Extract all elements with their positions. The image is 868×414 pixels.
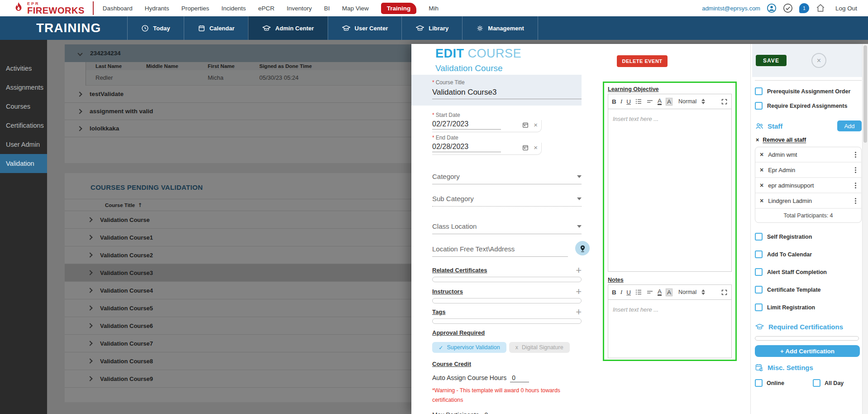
prerequisite-order-checkbox[interactable] xyxy=(755,87,763,95)
nav-bi[interactable]: BI xyxy=(324,5,330,12)
remove-staff-icon[interactable]: × xyxy=(760,166,763,173)
all-day-checkbox[interactable] xyxy=(813,379,820,387)
clear-date-icon[interactable]: × xyxy=(534,144,538,151)
italic-button[interactable]: I xyxy=(620,289,623,296)
underline-button[interactable]: U xyxy=(626,98,631,105)
calendar-picker-icon[interactable] xyxy=(522,121,529,129)
limit-registration-checkbox[interactable] xyxy=(755,303,763,311)
align-icon[interactable] xyxy=(646,289,653,296)
tab-admin-center[interactable]: Admin Center xyxy=(248,16,327,40)
delete-event-button[interactable]: DELETE EVENT xyxy=(617,55,668,67)
digital-signature-chip[interactable]: x Digital Signature xyxy=(509,342,570,353)
tab-user-center[interactable]: User Center xyxy=(328,16,402,40)
nav-hydrants[interactable]: Hydrants xyxy=(145,5,169,12)
auto-assign-hours-input[interactable]: 0 xyxy=(510,374,529,382)
format-select[interactable]: Normal xyxy=(678,289,696,295)
start-date-input[interactable]: 02/27/2023 xyxy=(432,120,501,130)
format-select[interactable]: Normal xyxy=(678,98,696,105)
remove-staff-icon[interactable]: × xyxy=(760,197,763,204)
format-updown-icon[interactable] xyxy=(701,289,705,295)
font-background-button[interactable]: A xyxy=(666,98,672,106)
add-to-calendar-checkbox[interactable] xyxy=(755,250,763,258)
add-instructor-icon[interactable]: + xyxy=(576,289,582,295)
fullscreen-button[interactable] xyxy=(721,98,728,105)
nav-map-view[interactable]: Map View xyxy=(342,5,369,12)
staff-menu-icon[interactable] xyxy=(854,166,858,174)
sub-category-dropdown[interactable]: Sub Category xyxy=(432,195,582,207)
sidebar-item-certifications[interactable]: Certifications xyxy=(0,116,54,135)
check-circle-icon[interactable] xyxy=(783,3,793,13)
tab-today[interactable]: Today xyxy=(127,16,183,40)
font-color-button[interactable]: A xyxy=(658,289,662,296)
remove-all-staff-button[interactable]: × Remove all staff xyxy=(756,137,863,143)
add-certification-button[interactable]: + Add Certification xyxy=(755,345,860,357)
nav-training-active[interactable]: Training xyxy=(381,3,417,14)
category-dropdown[interactable]: Category xyxy=(432,173,582,184)
sidebar-item-validation[interactable]: Validation xyxy=(0,154,54,173)
scrollbar-thumb[interactable] xyxy=(863,45,867,143)
clear-date-icon[interactable]: × xyxy=(534,121,538,129)
max-participants-input[interactable]: 0 xyxy=(482,411,501,414)
notification-bubble-icon[interactable]: 1 xyxy=(799,3,809,13)
nav-incidents[interactable]: Incidents xyxy=(221,5,246,12)
staff-menu-icon[interactable] xyxy=(854,150,858,159)
staff-row[interactable]: × Epr Admin xyxy=(755,163,861,178)
italic-button[interactable]: I xyxy=(620,98,623,105)
ordered-list-icon[interactable] xyxy=(635,98,642,105)
course-title-input[interactable]: Validation Course3 xyxy=(432,88,582,99)
staff-row[interactable]: × epr adminsupport xyxy=(755,178,861,193)
learning-objective-textarea[interactable]: Insert text here ... xyxy=(608,109,731,271)
nav-dashboard[interactable]: Dashboard xyxy=(103,5,133,12)
calendar-picker-icon[interactable] xyxy=(522,144,529,151)
format-updown-icon[interactable] xyxy=(701,99,705,104)
online-checkbox[interactable] xyxy=(755,379,763,387)
remove-staff-icon[interactable]: × xyxy=(760,151,763,158)
tags-empty-field[interactable] xyxy=(432,318,582,324)
class-location-dropdown[interactable]: Class Location xyxy=(432,222,582,234)
nav-mih[interactable]: Mih xyxy=(429,5,439,12)
logout-button[interactable]: Log Out xyxy=(835,5,857,12)
add-related-certificate-icon[interactable]: + xyxy=(576,267,582,274)
location-free-text-field[interactable]: Location Free Text\Address xyxy=(432,245,568,257)
nav-properties[interactable]: Properties xyxy=(181,5,210,12)
panel-scrollbar[interactable] xyxy=(862,44,868,414)
nav-epcr[interactable]: ePCR xyxy=(258,5,274,12)
fullscreen-button[interactable] xyxy=(721,289,728,296)
staff-menu-icon[interactable] xyxy=(854,181,858,190)
sidebar-item-courses[interactable]: Courses xyxy=(0,97,54,116)
font-background-button[interactable]: A xyxy=(666,289,672,296)
add-tag-icon[interactable]: + xyxy=(576,309,582,315)
instructors-empty-field[interactable] xyxy=(432,298,582,303)
end-date-input[interactable]: 02/28/2023 xyxy=(432,143,501,152)
supervisor-validation-chip[interactable]: ✓ Supervisor Validation xyxy=(432,342,506,353)
bold-button[interactable]: B xyxy=(612,289,616,296)
font-color-button[interactable]: A xyxy=(658,98,662,105)
alert-staff-completion-checkbox[interactable] xyxy=(755,268,763,276)
required-certifications-empty-field[interactable] xyxy=(755,336,859,341)
tab-library[interactable]: Library xyxy=(401,16,462,40)
add-staff-button[interactable]: Add xyxy=(837,120,862,131)
nav-inventory[interactable]: Inventory xyxy=(286,5,312,12)
user-email[interactable]: admintst@eprsys.com xyxy=(702,5,760,12)
align-icon[interactable] xyxy=(646,98,653,105)
bold-button[interactable]: B xyxy=(612,98,616,105)
ordered-list-icon[interactable] xyxy=(635,289,642,296)
home-icon[interactable] xyxy=(816,3,825,13)
tab-calendar[interactable]: Calendar xyxy=(184,16,248,40)
staff-menu-icon[interactable] xyxy=(854,197,858,205)
require-expired-checkbox[interactable] xyxy=(755,102,763,110)
underline-button[interactable]: U xyxy=(626,289,631,296)
tab-management[interactable]: Management xyxy=(462,16,538,40)
close-panel-button[interactable]: × xyxy=(811,53,826,68)
staff-row[interactable]: × Admin wmt xyxy=(755,147,861,163)
sidebar-item-activities[interactable]: Activities xyxy=(0,59,54,78)
self-registration-checkbox[interactable] xyxy=(755,233,763,241)
sidebar-item-assignments[interactable]: Assignments xyxy=(0,78,54,97)
staff-row[interactable]: × Lindgren Ladmin xyxy=(755,193,861,209)
sidebar-item-user-admin[interactable]: User Admin xyxy=(0,135,54,154)
certificate-template-checkbox[interactable] xyxy=(755,286,763,294)
map-pin-button[interactable] xyxy=(575,241,590,255)
save-button[interactable]: SAVE xyxy=(756,55,787,66)
user-avatar-icon[interactable] xyxy=(767,3,777,13)
notes-textarea[interactable]: Insert text here ... xyxy=(608,300,731,358)
